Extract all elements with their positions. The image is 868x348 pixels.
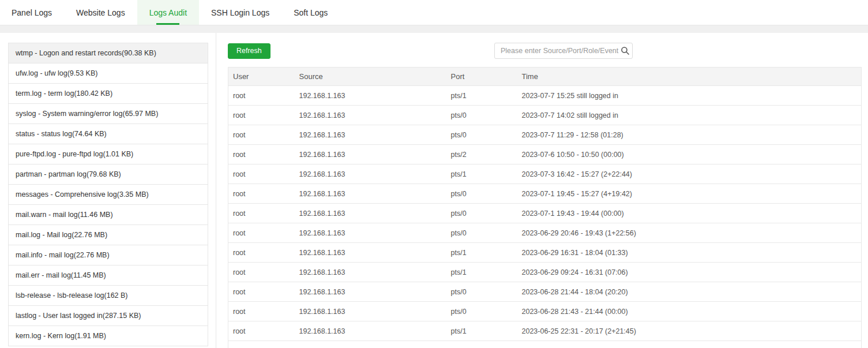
tab-panel-logs[interactable]: Panel Logs	[0, 0, 64, 25]
list-item[interactable]: messages - Comprehensive log(3.35 MB)	[9, 185, 208, 205]
list-item[interactable]: partman - partman log(79.68 KB)	[9, 164, 208, 185]
list-item[interactable]: mail.err - mail log(11.45 MB)	[9, 265, 208, 286]
toolbar: Refresh	[228, 43, 861, 59]
cell-user: root	[228, 106, 295, 125]
cell-time: 2023-06-28 21:44 - 18:04 (20:20)	[517, 282, 862, 302]
cell-time: 2023-06-25 22:31 - 20:17 (2+21:45)	[517, 321, 862, 341]
content-area: wtmp - Logon and restart records(90.38 K…	[0, 33, 868, 348]
cell-user: root	[228, 243, 295, 263]
cell-time: 2023-07-3 16:42 - 15:27 (2+22:44)	[517, 164, 862, 184]
cell-port: pts/0	[446, 223, 517, 243]
cell-port: pts/1	[446, 164, 517, 184]
search-input[interactable]	[494, 43, 633, 59]
cell-source: 192.168.1.163	[295, 145, 446, 164]
cell-port: pts/0	[446, 204, 517, 223]
list-item[interactable]: pure-ftpd.log - pure-ftpd log(1.01 KB)	[9, 144, 208, 164]
tab-ssh-login-logs[interactable]: SSH Login Logs	[199, 0, 281, 25]
cell-port: pts/1	[446, 86, 517, 106]
cell-time: 2023-07-1 19:43 - 19:44 (00:00)	[517, 204, 862, 223]
cell-user: root	[228, 184, 295, 204]
log-file-panel: wtmp - Logon and restart records(90.38 K…	[0, 33, 216, 348]
list-item[interactable]: ufw.log - ufw log(9.53 KB)	[9, 63, 208, 84]
log-file-list: wtmp - Logon and restart records(90.38 K…	[8, 43, 208, 346]
cell-user: root	[228, 282, 295, 302]
table-row: root192.168.1.163pts/02023-07-1 19:45 - …	[228, 184, 862, 204]
table-row: root192.168.1.163pts/02023-06-29 20:46 -…	[228, 223, 862, 243]
tab-website-logs[interactable]: Website Logs	[64, 0, 137, 25]
tab-logs-audit[interactable]: Logs Audit	[137, 0, 199, 25]
cell-time: 2023-06-29 16:31 - 18:04 (01:33)	[517, 243, 862, 263]
table-row: root192.168.1.163pts/02023-06-28 21:43 -…	[228, 302, 862, 321]
cell-time: 2023-07-1 19:45 - 15:27 (4+19:42)	[517, 184, 862, 204]
cell-port: pts/1	[446, 263, 517, 282]
cell-source: 192.168.1.163	[295, 282, 446, 302]
cell-source: 192.168.1.163	[295, 263, 446, 282]
column-header-user: User	[228, 68, 295, 86]
login-records-table: UserSourcePortTime root192.168.1.163pts/…	[228, 67, 862, 348]
cell-time: 2023-07-7 14:02 still logged in	[517, 106, 862, 125]
cell-time: 2023-07-7 11:29 - 12:58 (01:28)	[517, 125, 862, 145]
cell-port: pts/1	[446, 321, 517, 341]
cell-time: 2023-07-6 10:50 - 10:50 (00:00)	[517, 145, 862, 164]
list-item[interactable]: lastlog - User last logged in(287.15 KB)	[9, 306, 208, 326]
list-item[interactable]: mail.warn - mail log(11.46 MB)	[9, 205, 208, 225]
table-row: root192.168.1.163pts/12023-06-29 09:24 -…	[228, 263, 862, 282]
cell-user: root	[228, 164, 295, 184]
list-item[interactable]: status - status log(74.64 KB)	[9, 124, 208, 144]
tab-bar: Panel LogsWebsite LogsLogs AuditSSH Logi…	[0, 0, 868, 25]
table-row: root192.168.1.163pts/02023-06-28 21:44 -…	[228, 282, 862, 302]
cell-time: 2023-06-29 09:24 - 16:31 (07:06)	[517, 263, 862, 282]
active-tab-underline	[156, 23, 179, 25]
tab-soft-logs[interactable]: Soft Logs	[281, 0, 340, 25]
cell-user: root	[228, 302, 295, 321]
log-audit-main: Refresh UserSourcePortTime root192.168.1…	[216, 33, 868, 348]
column-header-source: Source	[295, 68, 446, 86]
refresh-button[interactable]: Refresh	[228, 43, 270, 59]
cell-user: root	[228, 263, 295, 282]
cell-user: root	[228, 321, 295, 341]
search-box	[494, 43, 633, 59]
list-item[interactable]: term.log - term log(180.42 KB)	[9, 84, 208, 104]
list-item[interactable]: kern.log - Kern log(1.91 MB)	[9, 326, 208, 346]
list-item[interactable]: mail.info - mail log(22.76 MB)	[9, 245, 208, 265]
cell-port: pts/1	[446, 243, 517, 263]
list-item[interactable]: wtmp - Logon and restart records(90.38 K…	[9, 43, 208, 63]
cell-user: root	[228, 86, 295, 106]
cell-source: 192.168.1.163	[295, 164, 446, 184]
cell-port: pts/0	[446, 106, 517, 125]
cell-time: 2023-06-29 20:46 - 19:43 (1+22:56)	[517, 223, 862, 243]
cell-user: root	[228, 125, 295, 145]
cell-source: 192.168.1.163	[295, 125, 446, 145]
table-row: root192.168.1.163pts/12023-06-29 16:31 -…	[228, 243, 862, 263]
cell-source: 192.168.1.163	[295, 302, 446, 321]
cell-source: 192.168.1.163	[295, 184, 446, 204]
list-item[interactable]: mail.log - Mail log(22.76 MB)	[9, 225, 208, 245]
cell-port: pts/2	[446, 145, 517, 164]
cell-user: root	[228, 223, 295, 243]
search-icon[interactable]	[621, 46, 630, 55]
cell-time: 2023-07-7 15:25 still logged in	[517, 86, 862, 106]
cell-source: 192.168.1.163	[295, 106, 446, 125]
cell-port: pts/0	[446, 282, 517, 302]
table-row: root192.168.1.163pts/12023-06-25 22:31 -…	[228, 321, 862, 341]
list-item[interactable]: syslog - System warning/error log(65.97 …	[9, 104, 208, 124]
table-row: root192.168.1.163pts/02023-07-7 11:29 - …	[228, 125, 862, 145]
cell-source: 192.168.1.163	[295, 243, 446, 263]
table-row: root192.168.1.163pts/22023-07-6 10:50 - …	[228, 145, 862, 164]
cell-user: root	[228, 204, 295, 223]
cell-source: 192.168.1.163	[295, 86, 446, 106]
cell-port: pts/0	[446, 184, 517, 204]
table-row: root192.168.1.163pts/02023-07-7 14:02 st…	[228, 106, 862, 125]
tabbar-divider-band	[0, 25, 868, 33]
list-item[interactable]: lsb-release - lsb-release log(162 B)	[9, 286, 208, 306]
table-row: root192.168.1.163pts/12023-07-7 15:25 st…	[228, 86, 862, 106]
cell-port: pts/0	[446, 125, 517, 145]
table-row: root192.168.1.163pts/12023-07-3 16:42 - …	[228, 164, 862, 184]
table-row: root192.168.1.163pts/02023-07-1 19:43 - …	[228, 204, 862, 223]
column-header-time: Time	[517, 68, 862, 86]
cell-user: root	[228, 145, 295, 164]
column-header-port: Port	[446, 68, 517, 86]
table-header-row: UserSourcePortTime	[228, 68, 862, 86]
table-row-partial	[228, 341, 862, 348]
cell-source: 192.168.1.163	[295, 204, 446, 223]
